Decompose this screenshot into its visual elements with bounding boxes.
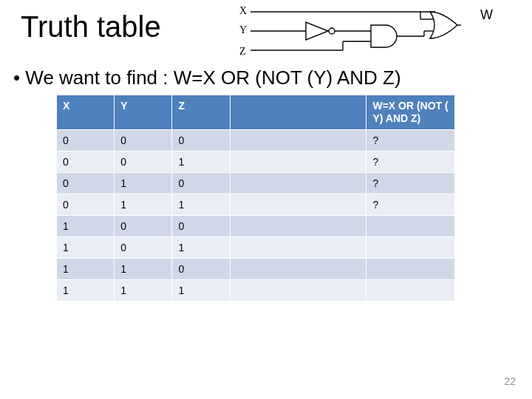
cell-gap: [230, 172, 366, 194]
table-row: 101: [57, 236, 455, 258]
bullet-statement: • We want to find : W=X OR (NOT (Y) AND …: [13, 66, 401, 89]
cell-w: [366, 236, 455, 258]
table-row: 000?: [57, 129, 455, 151]
cell-x: 0: [57, 151, 115, 172]
cell-x: 1: [57, 279, 115, 301]
page-title: Truth table: [21, 10, 161, 44]
cell-z: 0: [172, 215, 230, 236]
cell-gap: [230, 215, 366, 236]
th-y: Y: [115, 95, 172, 130]
cell-gap: [230, 236, 366, 258]
cell-y: 0: [115, 129, 172, 151]
cell-z: 1: [172, 236, 230, 258]
cell-y: 0: [115, 151, 172, 172]
cell-z: 0: [172, 258, 230, 279]
table-row: 110: [57, 258, 455, 279]
th-gap: [230, 95, 366, 130]
cell-x: 0: [57, 194, 115, 215]
cell-y: 1: [115, 258, 172, 279]
cell-w: ?: [366, 172, 455, 194]
circuit-input-x-label: X: [239, 5, 247, 17]
cell-w: ?: [366, 151, 455, 172]
th-z: Z: [172, 95, 230, 130]
cell-gap: [230, 194, 366, 215]
table-header-row: X Y Z W=X OR (NOT ( Y) AND Z): [57, 95, 455, 130]
table-row: 011?: [57, 194, 455, 215]
cell-y: 0: [115, 215, 172, 236]
circuit-input-z-label: Z: [239, 46, 246, 58]
cell-x: 1: [57, 215, 115, 236]
cell-w: ?: [366, 194, 455, 215]
cell-z: 1: [172, 194, 230, 215]
cell-w: [366, 258, 455, 279]
table-body: 000? 001? 010? 011? 100 101 110 111: [57, 129, 455, 301]
circuit-output-w-label: W: [480, 7, 493, 23]
table-row: 001?: [57, 151, 455, 172]
page-number: 22: [504, 375, 516, 387]
cell-x: 0: [57, 172, 115, 194]
cell-gap: [230, 279, 366, 301]
truth-table: X Y Z W=X OR (NOT ( Y) AND Z) 000? 001? …: [56, 95, 455, 301]
cell-w: ?: [366, 129, 455, 151]
th-x: X: [57, 95, 115, 130]
cell-y: 0: [115, 236, 172, 258]
table-row: 111: [57, 279, 455, 301]
cell-z: 1: [172, 151, 230, 172]
cell-gap: [230, 258, 366, 279]
cell-x: 1: [57, 258, 115, 279]
cell-x: 0: [57, 129, 115, 151]
circuit-input-y-label: Y: [239, 24, 247, 36]
cell-x: 1: [57, 236, 115, 258]
table-row: 010?: [57, 172, 455, 194]
cell-w: [366, 279, 455, 301]
table-row: 100: [57, 215, 455, 236]
cell-z: 0: [172, 129, 230, 151]
cell-z: 1: [172, 279, 230, 301]
logic-circuit-diagram: X Y Z: [239, 7, 461, 59]
circuit-svg: [239, 7, 461, 59]
cell-w: [366, 215, 455, 236]
cell-y: 1: [115, 194, 172, 215]
svg-point-2: [329, 28, 335, 34]
th-w: W=X OR (NOT ( Y) AND Z): [366, 95, 455, 130]
cell-y: 1: [115, 172, 172, 194]
cell-z: 0: [172, 172, 230, 194]
cell-gap: [230, 129, 366, 151]
slide: Truth table: [0, 0, 532, 399]
cell-y: 1: [115, 279, 172, 301]
cell-gap: [230, 151, 366, 172]
